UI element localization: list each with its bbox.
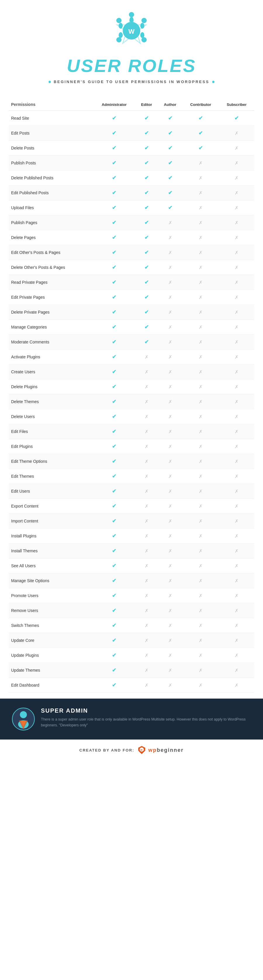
check-icon: ✔ — [144, 264, 149, 270]
cross-icon: ✗ — [145, 504, 149, 509]
cross-icon: ✗ — [234, 146, 238, 151]
permission-subscriber-cell: ✗ — [219, 335, 254, 350]
permission-subscriber-cell: ✗ — [219, 618, 254, 633]
permission-author-cell: ✗ — [158, 215, 182, 230]
table-row: Read Private Pages✔✔✗✗✗ — [9, 275, 254, 290]
permissions-table-container: Permissions Administrator Editor Author … — [0, 99, 263, 693]
cross-icon: ✗ — [234, 399, 238, 404]
permission-label: Upload Files — [9, 200, 93, 215]
permission-editor-cell: ✗ — [135, 469, 158, 484]
cross-icon: ✗ — [168, 578, 172, 583]
check-icon: ✔ — [168, 130, 173, 136]
cross-icon: ✗ — [199, 369, 203, 374]
permission-label: Edit Private Pages — [9, 290, 93, 305]
cross-icon: ✗ — [199, 429, 203, 434]
permission-subscriber-cell: ✗ — [219, 573, 254, 588]
check-icon: ✔ — [112, 473, 116, 479]
check-icon: ✔ — [144, 205, 149, 211]
cross-icon: ✗ — [199, 593, 203, 598]
permission-subscriber-cell: ✗ — [219, 678, 254, 693]
permission-subscriber-cell: ✗ — [219, 469, 254, 484]
check-icon: ✔ — [144, 279, 149, 285]
permission-editor-cell: ✗ — [135, 529, 158, 544]
cross-icon: ✗ — [168, 519, 172, 523]
permission-editor-cell: ✗ — [135, 439, 158, 454]
cross-icon: ✗ — [145, 519, 149, 523]
cross-icon: ✗ — [234, 235, 238, 240]
subtitle-text: BEGINNER'S GUIDE TO USER PERMISSIONS IN … — [54, 80, 209, 84]
permission-author-cell: ✗ — [158, 290, 182, 305]
permission-label: Edit Posts — [9, 126, 93, 141]
header: W USER ROLES BEGINNER'S GUIDE TO USER PE… — [0, 0, 263, 99]
col-header-editor: Editor — [135, 99, 158, 111]
page-title: USER ROLES — [6, 55, 257, 76]
check-icon: ✔ — [198, 145, 203, 151]
check-icon: ✔ — [112, 503, 116, 509]
permission-author-cell: ✔ — [158, 141, 182, 156]
cross-icon: ✗ — [234, 519, 238, 523]
permission-subscriber-cell: ✗ — [219, 648, 254, 663]
permission-editor-cell: ✗ — [135, 544, 158, 558]
table-row: Install Plugins✔✗✗✗✗ — [9, 529, 254, 544]
svg-point-7 — [140, 32, 144, 38]
permission-contributor-cell: ✗ — [182, 663, 219, 678]
permission-editor-cell: ✗ — [135, 364, 158, 379]
table-row: Activate Plugins✔✗✗✗✗ — [9, 350, 254, 364]
permission-admin-cell: ✔ — [93, 305, 135, 320]
cross-icon: ✗ — [199, 608, 203, 613]
permission-subscriber-cell: ✗ — [219, 603, 254, 618]
cross-icon: ✗ — [145, 429, 149, 434]
cross-icon: ✗ — [199, 489, 203, 494]
permission-subscriber-cell: ✗ — [219, 514, 254, 529]
col-header-contributor: Contributor — [182, 99, 219, 111]
cross-icon: ✗ — [199, 340, 203, 345]
svg-point-9 — [119, 32, 123, 38]
footer-bottom: CREATED BY AND FOR: W wpbeginner — [0, 740, 263, 760]
cross-icon: ✗ — [234, 474, 238, 479]
check-icon: ✔ — [144, 324, 149, 330]
permission-label: Publish Pages — [9, 215, 93, 230]
permission-author-cell: ✗ — [158, 454, 182, 469]
permission-admin-cell: ✔ — [93, 156, 135, 170]
cross-icon: ✗ — [234, 205, 238, 210]
permission-contributor-cell: ✗ — [182, 484, 219, 499]
check-icon: ✔ — [112, 399, 116, 404]
cross-icon: ✗ — [199, 444, 203, 449]
cross-icon: ✗ — [145, 384, 149, 389]
table-row: Edit Plugins✔✗✗✗✗ — [9, 439, 254, 454]
cross-icon: ✗ — [168, 340, 172, 345]
permission-editor-cell: ✗ — [135, 678, 158, 693]
permission-editor-cell: ✔ — [135, 200, 158, 215]
permission-subscriber-cell: ✗ — [219, 186, 254, 200]
cross-icon: ✗ — [199, 399, 203, 404]
permission-contributor-cell: ✗ — [182, 260, 219, 275]
table-row: Create Users✔✗✗✗✗ — [9, 364, 254, 379]
permission-admin-cell: ✔ — [93, 335, 135, 350]
permission-subscriber-cell: ✗ — [219, 126, 254, 141]
check-icon: ✔ — [112, 279, 116, 285]
cross-icon: ✗ — [234, 534, 238, 539]
permission-contributor-cell: ✗ — [182, 409, 219, 424]
cross-icon: ✗ — [199, 384, 203, 389]
permission-subscriber-cell: ✗ — [219, 588, 254, 603]
permission-label: Delete Private Pages — [9, 305, 93, 320]
table-row: Edit Private Pages✔✔✗✗✗ — [9, 290, 254, 305]
permission-subscriber-cell: ✗ — [219, 379, 254, 395]
permission-editor-cell: ✔ — [135, 156, 158, 170]
check-icon: ✔ — [144, 250, 149, 255]
cross-icon: ✗ — [199, 295, 203, 300]
table-row: Edit Files✔✗✗✗✗ — [9, 424, 254, 439]
permission-contributor-cell: ✗ — [182, 514, 219, 529]
cross-icon: ✗ — [168, 474, 172, 479]
permission-admin-cell: ✔ — [93, 588, 135, 603]
cross-icon: ✗ — [168, 668, 172, 673]
permission-admin-cell: ✔ — [93, 678, 135, 693]
permission-admin-cell: ✔ — [93, 141, 135, 156]
permission-editor-cell: ✗ — [135, 350, 158, 364]
cross-icon: ✗ — [234, 563, 238, 568]
permission-subscriber-cell: ✗ — [219, 633, 254, 648]
permission-editor-cell: ✔ — [135, 290, 158, 305]
cross-icon: ✗ — [199, 175, 203, 180]
check-icon: ✔ — [168, 145, 173, 151]
permission-author-cell: ✗ — [158, 439, 182, 454]
